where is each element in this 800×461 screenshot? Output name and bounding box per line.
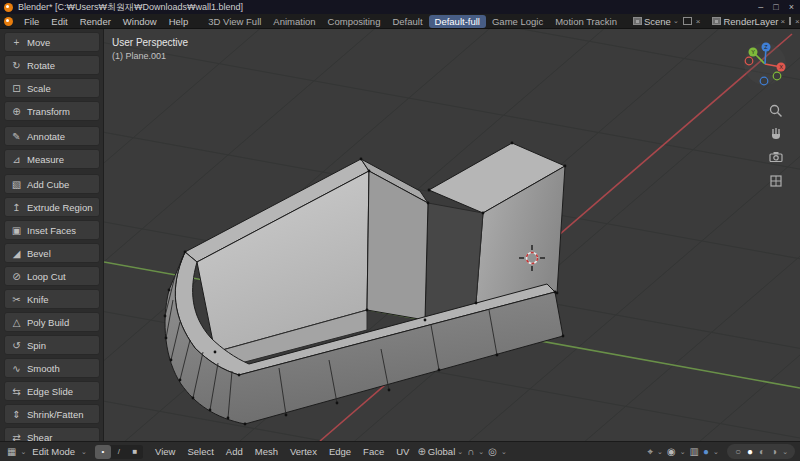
tool-knife[interactable]: ✂Knife	[4, 289, 100, 309]
tool-loop-cut[interactable]: ⊘Loop Cut	[4, 266, 100, 286]
tool-smooth[interactable]: ∿Smooth	[4, 358, 100, 378]
wall-mesh[interactable]	[164, 142, 567, 426]
workspace-tab-3d-view-full[interactable]: 3D View Full	[202, 15, 267, 28]
proportional-edit-icon[interactable]: ◎	[486, 446, 499, 457]
select-mode-group: • / ■	[95, 445, 143, 459]
tool-poly-build[interactable]: △Poly Build	[4, 312, 100, 332]
mode-dropdown[interactable]: Edit Mode	[28, 446, 79, 457]
tool-inset-faces[interactable]: ▣Inset Faces	[4, 220, 100, 240]
vertex-select-button[interactable]: •	[95, 445, 111, 459]
camera-icon[interactable]	[768, 149, 784, 165]
shading-wireframe-button[interactable]: ○	[732, 446, 744, 457]
chevron-down-icon[interactable]: ⌄	[79, 448, 89, 456]
menu-edge[interactable]: Edge	[323, 446, 357, 457]
tool-annotate[interactable]: ✎Annotate	[4, 126, 100, 146]
tool-add-cube[interactable]: ▧Add Cube	[4, 174, 100, 194]
tool-rotate[interactable]: ↻Rotate	[4, 55, 100, 75]
spin-icon: ↺	[10, 340, 23, 351]
workspace-tab-motion-tracking[interactable]: Motion Trackin	[549, 15, 623, 28]
scene-icon	[633, 17, 642, 25]
pan-hand-icon[interactable]	[768, 125, 784, 141]
menu-vertex[interactable]: Vertex	[284, 446, 323, 457]
menu-window[interactable]: Window	[117, 15, 163, 28]
tool-shear[interactable]: ⇄Shear	[4, 427, 100, 441]
workspace-tab-compositing[interactable]: Compositing	[322, 15, 387, 28]
shading-material-button[interactable]: ◐	[756, 446, 768, 457]
menu-mesh[interactable]: Mesh	[249, 446, 284, 457]
app-menu-icon[interactable]	[4, 17, 13, 26]
menu-select[interactable]: Select	[181, 446, 219, 457]
window-title: Blender* [C:₩Users₩최원재₩Downloads₩wall1.b…	[18, 1, 758, 14]
workspace-tab-animation[interactable]: Animation	[267, 15, 321, 28]
chevron-down-icon[interactable]: ⌄	[655, 448, 665, 456]
chevron-down-icon[interactable]: ⌄	[499, 448, 509, 456]
edge-select-button[interactable]: /	[111, 445, 127, 459]
orientation-icon: ⊕	[415, 446, 427, 457]
render-layer-label: RenderLayer	[723, 16, 778, 27]
navigation-gizmo[interactable]: X Y Z	[742, 41, 788, 87]
chevron-down-icon[interactable]: ⌄	[780, 448, 790, 456]
move-icon: +	[10, 37, 23, 48]
viewport-canvas[interactable]	[104, 29, 800, 441]
ortho-grid-icon[interactable]	[768, 173, 784, 189]
menu-edit[interactable]: Edit	[45, 15, 73, 28]
workspace-tab-game-logic[interactable]: Game Logic	[486, 15, 549, 28]
remove-layer-icon[interactable]: ×	[778, 17, 787, 26]
svg-text:Y: Y	[751, 49, 755, 55]
close-editor-icon[interactable]: ×	[793, 17, 800, 26]
xray-toggle-icon[interactable]: ▥	[688, 446, 701, 457]
new-scene-icon[interactable]	[683, 17, 692, 25]
shading-rendered-button[interactable]: ◑	[768, 446, 780, 457]
blender-logo-icon	[4, 3, 13, 12]
view-layer-selector[interactable]: RenderLayer ×	[710, 16, 787, 27]
chevron-down-icon[interactable]: ⌄	[671, 17, 681, 25]
menu-file[interactable]: File	[18, 15, 45, 28]
workspace-tab-default[interactable]: Default	[386, 15, 428, 28]
menu-render[interactable]: Render	[74, 15, 117, 28]
close-button[interactable]: ×	[789, 2, 794, 12]
maximize-button[interactable]: □	[773, 2, 778, 12]
unlink-scene-icon[interactable]: ×	[694, 17, 703, 26]
tool-measure[interactable]: ⊿Measure	[4, 149, 100, 169]
editor-type-icon[interactable]: ▦	[5, 446, 18, 457]
tool-label: Smooth	[27, 363, 60, 374]
shear-icon: ⇄	[10, 432, 23, 442]
scene-selector[interactable]: Scene ⌄ ×	[631, 16, 702, 27]
menu-uv[interactable]: UV	[390, 446, 415, 457]
zoom-icon[interactable]	[768, 103, 784, 119]
tool-shrink-fatten[interactable]: ⇕Shrink/Fatten	[4, 404, 100, 424]
tool-move[interactable]: +Move	[4, 32, 100, 52]
chevron-down-icon[interactable]: ⌄	[18, 448, 28, 456]
workspace-tab-default-full[interactable]: Default-full	[429, 15, 486, 28]
tool-scale[interactable]: ⊡Scale	[4, 78, 100, 98]
chevron-down-icon[interactable]: ⌄	[455, 448, 465, 456]
overlays-toggle-icon[interactable]: ◉	[665, 446, 678, 457]
menu-face[interactable]: Face	[357, 446, 390, 457]
snap-magnet-icon[interactable]: ∩	[465, 446, 476, 457]
shading-preview-icon[interactable]: ●	[701, 446, 711, 457]
minimize-button[interactable]: –	[758, 2, 763, 12]
transform-icon: ⊕	[10, 106, 23, 117]
viewport-3d[interactable]: User Perspective (1) Plane.001 X Y Z	[104, 29, 800, 441]
chevron-down-icon[interactable]: ⌄	[476, 448, 486, 456]
face-select-button[interactable]: ■	[127, 445, 143, 459]
inset-icon: ▣	[10, 225, 23, 236]
tool-label: Loop Cut	[27, 271, 66, 282]
menu-add[interactable]: Add	[220, 446, 249, 457]
render-layer-icon	[712, 17, 721, 25]
menu-view[interactable]: View	[149, 446, 181, 457]
tool-edge-slide[interactable]: ⇆Edge Slide	[4, 381, 100, 401]
chevron-down-icon[interactable]: ⌄	[711, 448, 721, 456]
chevron-down-icon[interactable]: ⌄	[678, 448, 688, 456]
tool-label: Move	[27, 37, 50, 48]
gizmos-toggle-icon[interactable]: ⌖	[645, 446, 655, 458]
tool-extrude-region[interactable]: ↥Extrude Region	[4, 197, 100, 217]
tool-bevel[interactable]: ◢Bevel	[4, 243, 100, 263]
menu-help[interactable]: Help	[163, 15, 195, 28]
scene-label: Scene	[644, 16, 671, 27]
tool-spin[interactable]: ↺Spin	[4, 335, 100, 355]
orientation-dropdown[interactable]: Global	[428, 446, 455, 457]
tool-transform[interactable]: ⊕Transform	[4, 101, 100, 121]
new-window-icon[interactable]	[789, 17, 791, 25]
shading-solid-button[interactable]: ●	[744, 446, 756, 457]
